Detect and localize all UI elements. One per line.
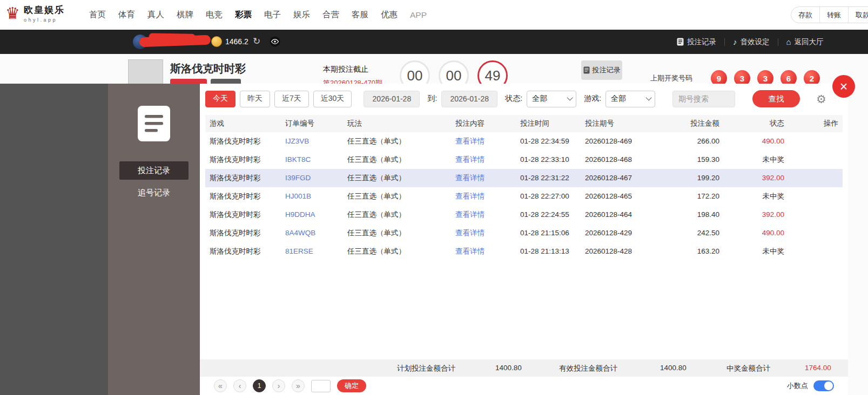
divider bbox=[724, 38, 725, 46]
table-row: 斯洛伐克时时彩 I39FGD 任三直选（单式） 查看详情 01-28 22:31… bbox=[205, 169, 843, 187]
last-page-button[interactable]: » bbox=[292, 379, 305, 392]
cell-period: 20260128-464 bbox=[581, 206, 670, 224]
cell-status: 490.00 bbox=[724, 132, 789, 151]
logo[interactable]: ♛ 欧皇娱乐 ohyl.app bbox=[5, 4, 65, 23]
order-id-link[interactable]: IJZ3VB bbox=[281, 132, 343, 151]
view-detail-link[interactable]: 查看详情 bbox=[451, 151, 516, 169]
gear-icon[interactable]: ⚙ bbox=[816, 93, 826, 105]
deposit-button[interactable]: 存款 bbox=[791, 7, 819, 23]
filter-last30-button[interactable]: 近30天 bbox=[313, 91, 352, 107]
eye-icon[interactable] bbox=[270, 36, 280, 47]
col-time: 投注时间 bbox=[516, 115, 581, 132]
sidebar-item-chase-records[interactable]: 追号记录 bbox=[119, 183, 189, 202]
cell-period: 20260128-469 bbox=[581, 132, 670, 151]
cell-action bbox=[789, 187, 843, 206]
table-row: 斯洛伐克时时彩 HJ001B 任三直选（单式） 查看详情 01-28 22:27… bbox=[205, 187, 843, 206]
sound-settings-label: 音效设定 bbox=[741, 37, 770, 47]
view-detail-link[interactable]: 查看详情 bbox=[451, 242, 516, 261]
nav-item-partnership[interactable]: 合营 bbox=[322, 9, 339, 21]
order-id-link[interactable]: HJ001B bbox=[281, 187, 343, 206]
current-page-button[interactable]: 1 bbox=[253, 379, 266, 392]
filter-yesterday-button[interactable]: 昨天 bbox=[240, 91, 270, 107]
order-id-link[interactable]: 8A4WQB bbox=[281, 224, 343, 242]
win-total-value: 1764.00 bbox=[805, 364, 831, 372]
cell-game: 斯洛伐克时时彩 bbox=[205, 187, 281, 206]
logo-title: 欧皇娱乐 bbox=[24, 4, 65, 16]
status-select-value: 全部 bbox=[532, 94, 547, 104]
close-button[interactable]: × bbox=[832, 75, 855, 98]
bet-records-button[interactable]: 投注记录 bbox=[677, 37, 716, 47]
cell-period: 20260128-468 bbox=[581, 151, 670, 169]
table-row: 斯洛伐克时时彩 IBKT8C 任三直选（单式） 查看详情 01-28 22:33… bbox=[205, 151, 843, 169]
nav-item-esports[interactable]: 电竞 bbox=[206, 9, 223, 21]
filter-last7-button[interactable]: 近7天 bbox=[274, 91, 309, 107]
nav-item-service[interactable]: 客服 bbox=[352, 9, 368, 21]
order-id-link[interactable]: IBKT8C bbox=[281, 151, 343, 169]
planned-total-label: 计划投注金额合计 bbox=[397, 364, 455, 373]
date-from-input[interactable] bbox=[364, 91, 420, 107]
nav-item-entertainment[interactable]: 娱乐 bbox=[293, 9, 310, 21]
nav-item-slots[interactable]: 电子 bbox=[264, 9, 281, 21]
cell-amount: 266.00 bbox=[670, 132, 724, 151]
view-detail-link[interactable]: 查看详情 bbox=[451, 187, 516, 206]
cell-time: 01-28 21:15:06 bbox=[516, 224, 581, 242]
cell-play: 任三直选（单式） bbox=[343, 169, 451, 187]
withdraw-button[interactable]: 取款 bbox=[848, 7, 868, 23]
date-to-input[interactable] bbox=[441, 91, 497, 107]
document-icon bbox=[583, 66, 590, 74]
sound-icon: ♪ bbox=[733, 38, 737, 46]
order-id-link[interactable]: 81ERSE bbox=[281, 242, 343, 261]
nav-item-home[interactable]: 首页 bbox=[89, 9, 106, 21]
username-redacted bbox=[139, 35, 211, 47]
first-page-button[interactable]: « bbox=[214, 379, 227, 392]
table-row: 斯洛伐克时时彩 IJZ3VB 任三直选（单式） 查看详情 01-28 22:34… bbox=[205, 132, 843, 151]
filter-today-button[interactable]: 今天 bbox=[205, 91, 235, 107]
nav-item-sports[interactable]: 体育 bbox=[118, 9, 135, 21]
summary-bar: 计划投注金额合计 1400.80 有效投注金额合计 1400.80 中奖金额合计… bbox=[200, 359, 848, 377]
user-bar-actions: 投注记录 ♪ 音效设定 ⌂ 返回大厅 bbox=[677, 30, 824, 54]
win-total-label: 中奖金额合计 bbox=[726, 364, 770, 373]
view-detail-link[interactable]: 查看详情 bbox=[451, 224, 516, 242]
page-bet-records-button[interactable]: 投注记录 bbox=[581, 60, 622, 80]
cell-action bbox=[789, 151, 843, 169]
nav-item-promo[interactable]: 优惠 bbox=[381, 9, 398, 21]
period-search-input[interactable] bbox=[672, 91, 735, 107]
cell-period: 20260128-428 bbox=[581, 242, 670, 261]
view-detail-link[interactable]: 查看详情 bbox=[451, 206, 516, 224]
game-select[interactable]: 全部 bbox=[605, 91, 655, 107]
search-button[interactable]: 查找 bbox=[752, 90, 800, 107]
table-row: 斯洛伐克时时彩 8A4WQB 任三直选（单式） 查看详情 01-28 21:15… bbox=[205, 224, 843, 242]
decimal-toggle[interactable] bbox=[813, 380, 834, 391]
next-page-button[interactable]: › bbox=[272, 379, 285, 392]
transfer-button[interactable]: 转账 bbox=[819, 7, 848, 23]
records-doc-icon bbox=[137, 105, 171, 142]
nav-item-lottery[interactable]: 彩票 bbox=[235, 9, 252, 21]
view-detail-link[interactable]: 查看详情 bbox=[451, 169, 516, 187]
order-id-link[interactable]: I39FGD bbox=[281, 169, 343, 187]
status-select[interactable]: 全部 bbox=[527, 91, 576, 107]
page-jump-confirm-button[interactable]: 确定 bbox=[337, 379, 366, 392]
modal-sidebar: 投注记录 追号记录 bbox=[108, 84, 200, 395]
cell-amount: 242.50 bbox=[670, 224, 724, 242]
cell-status: 490.00 bbox=[724, 224, 789, 242]
cell-game: 斯洛伐克时时彩 bbox=[205, 242, 281, 261]
page-jump-input[interactable] bbox=[311, 380, 331, 392]
nav-item-board[interactable]: 棋牌 bbox=[177, 9, 193, 21]
sound-settings-button[interactable]: ♪ 音效设定 bbox=[733, 37, 770, 47]
sidebar-item-bet-records[interactable]: 投注记录 bbox=[119, 161, 189, 180]
nav-item-app[interactable]: APP bbox=[410, 10, 427, 20]
cell-game: 斯洛伐克时时彩 bbox=[205, 151, 281, 169]
cell-amount: 172.20 bbox=[670, 187, 724, 206]
order-id-link[interactable]: H9DDHA bbox=[281, 206, 343, 224]
cell-game: 斯洛伐克时时彩 bbox=[205, 169, 281, 187]
prev-page-button[interactable]: ‹ bbox=[233, 379, 246, 392]
cell-play: 任三直选（单式） bbox=[343, 151, 451, 169]
nav-item-live[interactable]: 真人 bbox=[147, 9, 164, 21]
view-detail-link[interactable]: 查看详情 bbox=[451, 132, 516, 151]
back-to-lobby-button[interactable]: ⌂ 返回大厅 bbox=[786, 37, 824, 47]
cell-play: 任三直选（单式） bbox=[343, 187, 451, 206]
refresh-balance-icon[interactable]: ↻ bbox=[253, 36, 260, 47]
col-order-id: 订单编号 bbox=[281, 115, 343, 132]
balance-value: 1466.2 bbox=[225, 37, 248, 46]
chevron-down-icon bbox=[646, 94, 652, 100]
